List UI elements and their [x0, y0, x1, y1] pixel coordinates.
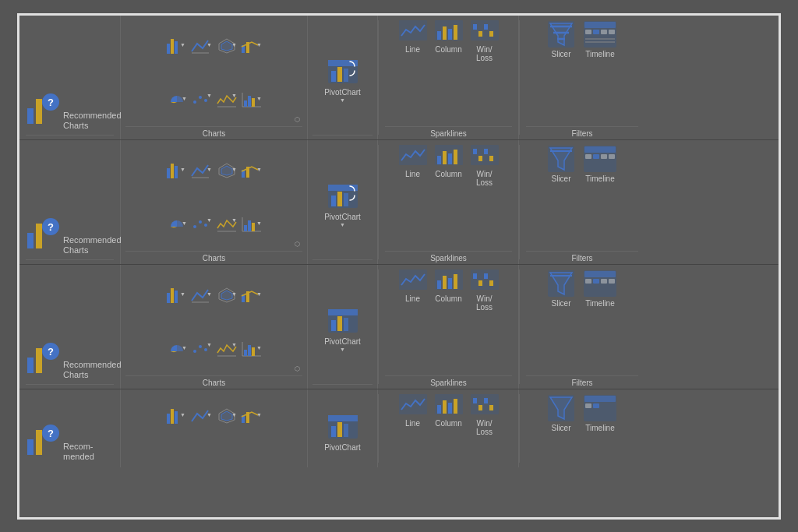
svg-rect-44: [489, 31, 493, 37]
svg-rect-180: [331, 426, 336, 437]
svg-text:▼: ▼: [256, 167, 262, 172]
sparkline-column-btn-3[interactable]: Column: [435, 270, 463, 303]
sparkline-line-btn-4[interactable]: Line: [399, 394, 427, 428]
combo-chart-btn-4[interactable]: ▼: [240, 407, 263, 425]
svg-rect-99: [478, 156, 482, 161]
radar-chart-btn-3[interactable]: ▼: [215, 286, 238, 305]
sparkline-line-btn-2[interactable]: Line: [399, 145, 427, 178]
svg-rect-52: [593, 30, 599, 34]
svg-rect-169: [175, 411, 178, 424]
sparkline-winloss-btn-4[interactable]: Win/ Loss: [471, 394, 499, 436]
map-chart-btn[interactable]: ▼: [215, 90, 238, 109]
svg-rect-154: [489, 280, 493, 286]
sparkline-winloss-btn-3[interactable]: Win/ Loss: [471, 270, 499, 312]
filters-content: Slicer: [547, 20, 617, 126]
map-chart-btn-2[interactable]: ▼: [215, 215, 238, 234]
pivot-chart-btn[interactable]: PivotChart ▼: [320, 51, 365, 106]
combo-chart-btn-2[interactable]: ▼: [240, 161, 263, 180]
sparkline-line-btn-3[interactable]: Line: [399, 270, 427, 303]
svg-rect-53: [601, 30, 607, 34]
area-chart-btn[interactable]: ▼: [190, 90, 214, 109]
sparkline-column-label: Column: [435, 45, 461, 54]
pivot-dropdown-2: ▼: [340, 222, 345, 227]
sparkline-winloss-btn-2[interactable]: Win/ Loss: [471, 145, 499, 187]
scatter-chart-btn-3[interactable]: ▼: [165, 340, 189, 358]
svg-rect-153: [484, 273, 488, 279]
svg-text:▼: ▼: [207, 42, 212, 48]
sparkline-column-btn-2[interactable]: Column: [435, 145, 463, 178]
recommended-charts-icon-3[interactable]: ?: [26, 340, 60, 381]
svg-text:▼: ▼: [256, 345, 262, 351]
slicer-btn-2[interactable]: Slicer: [547, 145, 575, 183]
histogram-btn[interactable]: ▼: [240, 90, 263, 109]
svg-rect-4: [167, 44, 170, 54]
pivot-chart-btn-2[interactable]: PivotChart ▼: [320, 175, 365, 231]
svg-text:▼: ▼: [207, 217, 212, 223]
slicer-btn-3[interactable]: Slicer: [547, 270, 575, 308]
pivot-chart-btn-3[interactable]: PivotChart ▼: [320, 300, 365, 355]
svg-rect-101: [489, 156, 493, 161]
combo-chart-btn-3[interactable]: ▼: [240, 286, 263, 305]
pivot-section-label: [312, 135, 373, 138]
svg-rect-160: [593, 279, 599, 284]
histogram-btn-3[interactable]: ▼: [240, 340, 263, 358]
charts-expand-btn[interactable]: ⬡: [295, 116, 304, 125]
line-chart-btn-3[interactable]: ▼: [190, 286, 214, 305]
slicer-btn[interactable]: Slicer: [547, 20, 575, 58]
line-chart-btn[interactable]: ▼: [190, 37, 214, 55]
recommended-charts-icon[interactable]: ?: [26, 91, 60, 132]
svg-text:▼: ▼: [256, 220, 262, 226]
pivot-chart-btn-4[interactable]: PivotChart: [320, 406, 365, 456]
recommended-charts-icon-2[interactable]: ?: [26, 216, 60, 256]
bar-chart-btn-4[interactable]: ▼: [165, 407, 189, 425]
svg-rect-137: [252, 347, 255, 356]
scatter-chart-btn-2[interactable]: ▼: [165, 215, 189, 234]
scatter-chart-btn[interactable]: ▼: [165, 90, 189, 109]
line-chart-btn-2[interactable]: ▼: [190, 161, 214, 180]
line-chart-btn-4[interactable]: ▼: [190, 407, 214, 425]
area-chart-btn-3[interactable]: ▼: [190, 340, 214, 358]
charts-expand-btn-3[interactable]: ⬡: [295, 365, 304, 375]
map-chart-btn-3[interactable]: ▼: [215, 340, 238, 358]
recommended-charts-label-3: Recommended Charts: [63, 360, 122, 380]
bar-chart-btn-3[interactable]: ▼: [165, 286, 189, 305]
timeline-btn-3[interactable]: Timeline: [583, 270, 617, 308]
slicer-btn-4[interactable]: Slicer: [547, 394, 575, 432]
sparklines-section-2: Line Column Win/ Loss Sparklines: [379, 140, 519, 264]
timeline-btn-4[interactable]: Timeline: [583, 394, 617, 432]
sparkline-line-btn[interactable]: Line: [399, 20, 427, 54]
svg-text:▼: ▼: [231, 167, 237, 172]
svg-rect-111: [36, 348, 42, 373]
sparkline-column-btn[interactable]: Column: [435, 20, 463, 54]
bar-chart-btn-2[interactable]: ▼: [165, 161, 189, 180]
timeline-btn-2[interactable]: Timeline: [583, 145, 617, 183]
timeline-btn[interactable]: Timeline: [583, 20, 617, 58]
svg-rect-188: [454, 399, 457, 414]
svg-text:▼: ▼: [231, 217, 237, 223]
pivot-chart-section-4: PivotChart: [308, 389, 378, 467]
svg-text:▼: ▼: [207, 93, 212, 98]
pivot-chart-section-3: PivotChart ▼: [308, 265, 378, 389]
radar-chart-btn[interactable]: ▼: [215, 37, 238, 55]
svg-rect-115: [171, 288, 174, 303]
recommended-charts-label-2: Recommended Charts: [63, 235, 122, 255]
radar-chart-btn-2[interactable]: ▼: [215, 161, 238, 180]
combo-chart-btn[interactable]: ▼: [240, 37, 263, 55]
charts-section: ▼ ▼ ▼ ▼: [121, 16, 308, 139]
sparkline-column-btn-4[interactable]: Column: [435, 394, 463, 428]
pivot-chart-section-2: PivotChart ▼: [308, 140, 378, 264]
svg-rect-185: [437, 405, 441, 414]
charts-expand-btn-2[interactable]: ⬡: [295, 241, 304, 250]
svg-rect-88: [331, 196, 336, 206]
svg-rect-189: [471, 394, 499, 414]
svg-rect-140: [328, 309, 358, 315]
bar-chart-btn[interactable]: ▼: [165, 37, 189, 55]
svg-rect-106: [585, 154, 591, 159]
histogram-btn-2[interactable]: ▼: [240, 215, 263, 234]
svg-rect-93: [437, 156, 441, 164]
radar-chart-btn-4[interactable]: ▼: [215, 407, 238, 425]
sparkline-winloss-btn[interactable]: Win/ Loss: [471, 20, 499, 62]
charts-grid: ▼ ▼ ▼ ▼: [165, 20, 263, 126]
area-chart-btn-2[interactable]: ▼: [190, 215, 214, 234]
recommended-charts-icon-4[interactable]: ?: [26, 422, 60, 463]
